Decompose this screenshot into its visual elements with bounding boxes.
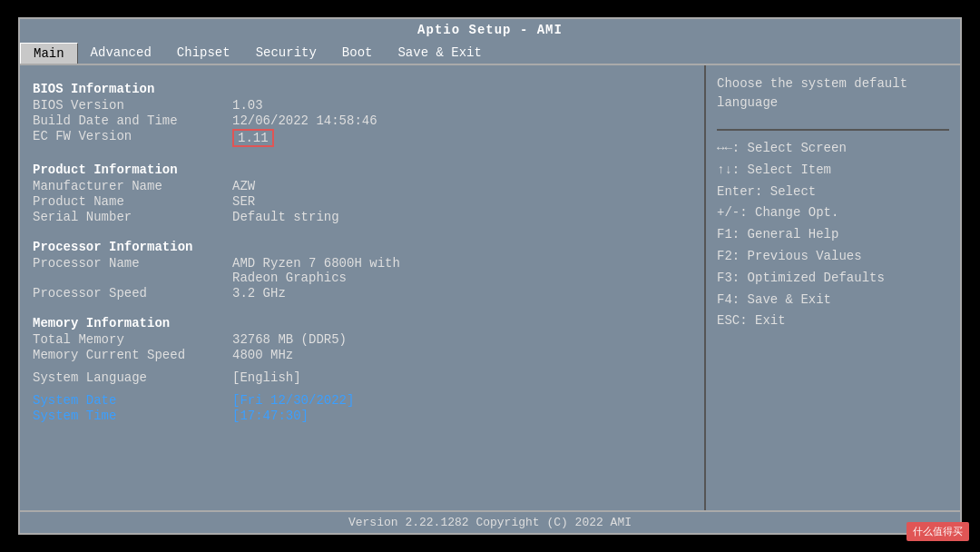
system-date-label: System Date [33, 393, 232, 408]
key-hint-enter: Enter: Select [717, 182, 949, 203]
main-panel: BIOS Information BIOS Version 1.03 Build… [20, 65, 706, 510]
nav-save-exit[interactable]: Save & Exit [385, 43, 494, 64]
title-bar: Aptio Setup - AMI [20, 19, 960, 41]
nav-main[interactable]: Main [20, 43, 78, 64]
system-language-row[interactable]: System Language [English] [33, 370, 691, 385]
product-name-value: SER [232, 194, 255, 209]
nav-chipset[interactable]: Chipset [164, 43, 243, 64]
key-hint-change-opt: +/-: Change Opt. [717, 202, 949, 224]
ec-fw-row: EC FW Version 1.11 [33, 129, 691, 147]
build-date-row: Build Date and Time 12/06/2022 14:58:46 [33, 113, 691, 128]
processor-speed-value: 3.2 GHz [232, 286, 286, 301]
processor-name-label: Processor Name [33, 256, 232, 285]
system-time-value: [17:47:30] [232, 409, 309, 423]
system-date-row[interactable]: System Date [Fri 12/30/2022] [33, 393, 691, 408]
nav-security[interactable]: Security [243, 43, 329, 64]
manufacturer-label: Manufacturer Name [33, 179, 232, 193]
help-text: Choose the system default language [717, 74, 949, 113]
processor-info-header: Processor Information [33, 240, 691, 254]
divider [717, 129, 949, 131]
content-area: BIOS Information BIOS Version 1.03 Build… [20, 64, 960, 510]
processor-speed-row: Processor Speed 3.2 GHz [33, 286, 691, 301]
serial-value: Default string [232, 210, 339, 224]
serial-row: Serial Number Default string [33, 210, 691, 224]
system-language-value: [English] [232, 370, 301, 385]
version-bar: Version 2.22.1282 Copyright (C) 2022 AMI [20, 510, 960, 533]
manufacturer-value: AZW [232, 179, 255, 193]
bios-version-value: 1.03 [232, 98, 263, 113]
build-date-value: 12/06/2022 14:58:46 [232, 113, 377, 128]
key-hint-f4: F4: Save & Exit [717, 290, 949, 311]
key-hint-f1: F1: General Help [717, 224, 949, 246]
right-panel: Choose the system default language ↔←: S… [706, 65, 960, 510]
memory-speed-label: Memory Current Speed [33, 348, 232, 362]
ec-fw-label: EC FW Version [33, 129, 232, 147]
nav-advanced[interactable]: Advanced [78, 43, 164, 64]
system-time-label: System Time [33, 409, 232, 423]
bios-version-label: BIOS Version [33, 98, 232, 113]
bios-version-row: BIOS Version 1.03 [33, 98, 691, 113]
nav-bar: Main Advanced Chipset Security Boot Save… [20, 41, 960, 64]
total-memory-value: 32768 MB (DDR5) [232, 332, 347, 347]
manufacturer-row: Manufacturer Name AZW [33, 179, 691, 193]
system-time-row[interactable]: System Time [17:47:30] [33, 409, 691, 423]
watermark: 什么值得买 [906, 522, 969, 541]
bios-info-header: BIOS Information [33, 82, 691, 96]
key-hint-f2: F2: Previous Values [717, 246, 949, 268]
processor-speed-label: Processor Speed [33, 286, 232, 301]
memory-info-header: Memory Information [33, 316, 691, 330]
key-hint-select-item: ↑↓: Select Item [717, 160, 949, 182]
ec-fw-value: 1.11 [232, 129, 274, 147]
memory-speed-row: Memory Current Speed 4800 MHz [33, 348, 691, 362]
nav-boot[interactable]: Boot [329, 43, 386, 64]
system-language-label: System Language [33, 370, 232, 385]
product-name-row: Product Name SER [33, 194, 691, 209]
total-memory-label: Total Memory [33, 332, 232, 347]
title-text: Aptio Setup - AMI [417, 23, 563, 37]
processor-name-value: AMD Ryzen 7 6800H with Radeon Graphics [232, 256, 400, 285]
key-hint-select-screen: ↔←: Select Screen [717, 138, 949, 160]
serial-label: Serial Number [33, 210, 232, 224]
system-date-value: [Fri 12/30/2022] [232, 393, 354, 408]
version-text: Version 2.22.1282 Copyright (C) 2022 AMI [348, 516, 632, 529]
product-name-label: Product Name [33, 194, 232, 209]
build-date-label: Build Date and Time [33, 113, 232, 128]
memory-speed-value: 4800 MHz [232, 348, 293, 362]
total-memory-row: Total Memory 32768 MB (DDR5) [33, 332, 691, 347]
product-info-header: Product Information [33, 163, 691, 177]
key-hint-esc: ESC: Exit [717, 310, 949, 332]
processor-name-row: Processor Name AMD Ryzen 7 6800H with Ra… [33, 256, 691, 285]
key-hints: ↔←: Select Screen ↑↓: Select Item Enter:… [717, 138, 949, 332]
key-hint-f3: F3: Optimized Defaults [717, 268, 949, 290]
